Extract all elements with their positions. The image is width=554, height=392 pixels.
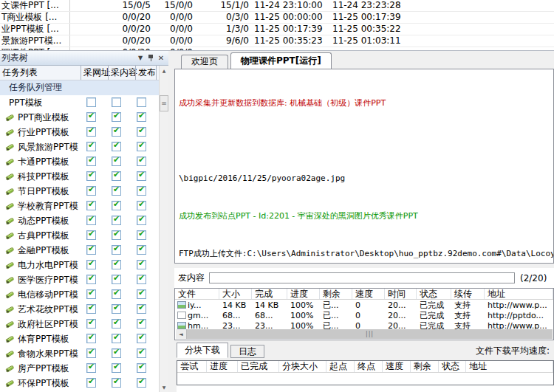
col-time[interactable]: 时间 [385,289,417,299]
checkbox-publish[interactable] [137,260,146,269]
list-item[interactable]: 金融PPT模板 [0,243,159,258]
table-row[interactable]: 业PPT模板 [... 0/0/20 0/0/0 1/3/0 11-25 00:… [0,24,554,35]
checkbox-collect-url[interactable] [86,363,96,373]
col-progress[interactable]: 进度 [287,289,320,299]
checkbox-collect-content[interactable] [112,304,121,314]
col-resume[interactable]: 续传 [451,289,485,299]
col-completed[interactable]: 已完成 [238,361,279,372]
list-item[interactable]: 环保PPT模板 [0,376,159,391]
checkbox-collect-url[interactable] [86,245,96,255]
scroll-down-icon[interactable]: ▼ [160,382,168,392]
checkbox-publish[interactable] [137,171,146,181]
list-item[interactable]: 学校教育PPT模 [0,199,159,213]
file-row[interactable]: gm... 68... 68... 100% 已... 0 20... 已完成 … [175,310,553,320]
checkbox-collect-content[interactable] [112,334,121,343]
col-end[interactable]: 终点 [355,361,383,372]
col-attempt[interactable]: 尝试 [177,361,207,372]
checkbox-collect-content[interactable] [112,142,121,151]
checkbox-collect-content[interactable] [112,216,121,225]
checkbox-publish[interactable] [137,275,146,284]
checkbox-publish[interactable] [137,319,146,329]
checkbox-collect-url[interactable] [86,304,96,314]
chevron-down-icon[interactable]: ▼ [134,52,146,63]
col-done[interactable]: 完成 [252,289,287,299]
list-item[interactable]: 政府社区PPT模 [0,317,159,331]
checkbox-collect-url[interactable] [86,334,96,343]
checkbox-publish[interactable] [137,378,146,388]
checkbox-collect-url[interactable] [86,289,96,299]
col-file[interactable]: 文件 [175,289,219,299]
checkbox-collect-content[interactable] [112,171,121,181]
checkbox-publish[interactable] [137,304,146,314]
col-address[interactable]: 地址 [466,361,553,372]
checkbox-collect-content[interactable] [112,230,121,240]
col-progress[interactable]: 进度 [207,361,238,372]
list-item[interactable]: 节日PPT模板 [0,184,159,199]
pin-icon[interactable] [146,53,155,63]
table-row[interactable]: T商业模板 [... 0/0/20 0/0/0 0/3/0 11-25 00:0… [0,12,554,24]
checkbox-publish[interactable] [137,245,146,255]
checkbox-publish[interactable] [137,157,146,166]
checkbox-collect-url[interactable] [86,112,96,122]
vertical-scrollbar[interactable]: ▲ ≡ ▼ [159,66,168,392]
checkbox-publish[interactable] [137,334,146,343]
checkbox-collect-url[interactable] [86,216,96,225]
col-chunk-size[interactable]: 分块大小 [279,361,326,372]
list-item[interactable]: 风景旅游PPT模 [0,140,159,154]
checkbox-publish[interactable] [137,112,146,122]
checkbox-collect-content[interactable] [112,378,121,388]
checkbox-publish[interactable] [137,142,146,151]
col-start[interactable]: 起点 [326,361,355,372]
tab-log[interactable]: 日志 [230,345,264,358]
checkbox-publish[interactable] [137,97,146,107]
checkbox-collect-content[interactable] [112,275,121,284]
checkbox-publish[interactable] [137,289,146,299]
list-item[interactable]: 食物水果PPT模 [0,346,159,361]
list-item[interactable]: 动态PPT模板 [0,213,159,228]
checkbox-collect-url[interactable] [86,260,96,269]
scroll-up-icon[interactable]: ▲ [160,66,168,75]
tab-chunk-download[interactable]: 分块下载 [177,343,228,358]
checkbox-publish[interactable] [137,201,146,210]
checkbox-collect-content[interactable] [112,97,121,107]
checkbox-publish[interactable] [137,186,146,196]
list-item[interactable]: 房产PPT模板 [0,361,159,376]
checkbox-collect-content[interactable] [112,112,121,122]
checkbox-collect-content[interactable] [112,186,121,196]
checkbox-collect-content[interactable] [112,245,121,255]
checkbox-collect-url[interactable] [86,157,96,166]
checkbox-collect-content[interactable] [112,260,121,269]
table-row[interactable]: 景旅游PPT模... 0/0/20 0/0/0 9/6/0 11-25 00:3… [0,35,554,47]
col-speed[interactable]: 速度 [352,289,385,299]
group-task-queue[interactable]: 任务队列管理 [0,80,168,95]
checkbox-publish[interactable] [137,216,146,225]
checkbox-publish[interactable] [137,348,146,358]
checkbox-collect-content[interactable] [112,201,121,210]
horizontal-scrollbar[interactable]: ◄ ||| [176,329,553,339]
log-output[interactable]: 成功采集并更新数据到数据库: 机械基础（初级）课件PPT \bigpic/201… [174,69,554,264]
list-item[interactable]: 卡通PPT模板 [0,154,159,169]
col-remaining[interactable]: 剩余 [320,289,352,299]
checkbox-publish[interactable] [137,127,146,137]
scrollbar-thumb[interactable]: ||| [187,329,553,339]
list-item[interactable]: 艺术花纹PPT模 [0,302,159,317]
scrollbar-thumb[interactable]: ≡ [160,95,168,111]
list-item[interactable]: 古典PPT模板 [0,228,159,243]
checkbox-collect-content[interactable] [112,363,121,373]
checkbox-collect-url[interactable] [86,186,96,196]
checkbox-collect-url[interactable] [86,348,96,358]
tab-running-task[interactable]: 物理课件PPT[运行] [230,52,332,69]
checkbox-collect-url[interactable] [86,275,96,284]
checkbox-collect-url[interactable] [86,97,96,107]
checkbox-publish[interactable] [137,230,146,240]
checkbox-collect-url[interactable] [86,142,96,151]
col-status[interactable]: 状态 [417,289,451,299]
list-item[interactable]: 医学医疗PPT模 [0,272,159,287]
col-status[interactable]: 状态 [439,361,466,372]
tab-welcome[interactable]: 欢迎页 [181,55,228,69]
col-size[interactable]: 大小 [219,289,252,299]
list-item[interactable]: 科技PPT模板 [0,169,159,184]
close-icon[interactable]: ✕ [155,52,167,63]
checkbox-collect-url[interactable] [86,171,96,181]
checkbox-collect-content[interactable] [112,127,121,137]
